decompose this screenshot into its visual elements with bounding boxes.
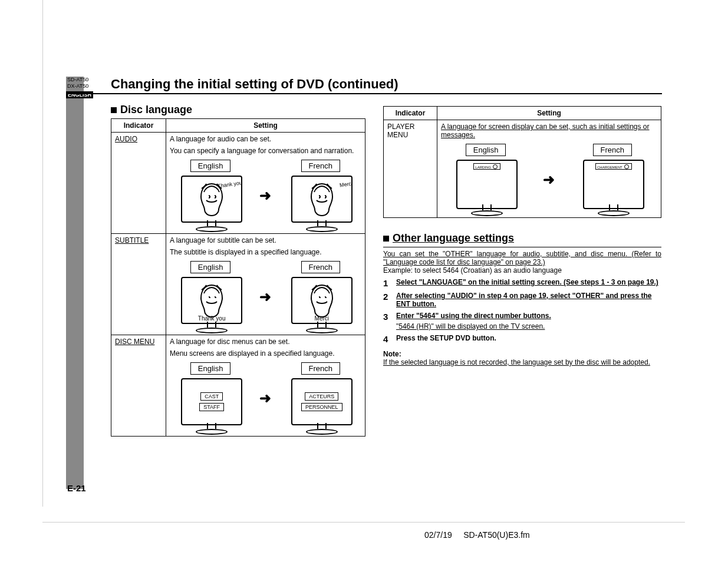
face-icon (306, 180, 338, 218)
subtitle-text-en: Thank you (182, 315, 241, 322)
page-number: E-21 (67, 483, 86, 493)
tv-icon: Merci (288, 273, 353, 332)
player-menu-table: Indicator Setting PLAYER MENU A language… (383, 106, 661, 218)
step-4: 4Press the SETUP DVD button. (383, 334, 661, 344)
footer-rule (42, 522, 685, 523)
arrow-icon: ➜ (259, 187, 271, 204)
row-disc-menu: DISC MENU A language for disc menus can … (111, 335, 365, 437)
disc-language-table: Indicator Setting AUDIO A language for a… (111, 118, 365, 437)
square-bullet-icon (383, 236, 389, 242)
tv-icon: ACTEURS PERSONNEL (288, 375, 353, 434)
french-label: French (301, 160, 340, 172)
arrow-icon: ➜ (259, 289, 271, 305)
tv-icon: CHARGEMENT (580, 156, 645, 215)
english-label: English (190, 362, 231, 375)
loading-text-fr: CHARGEMENT (597, 166, 622, 169)
menu-button-staff: STAFF (199, 403, 224, 411)
model-1: SD-AT50 (67, 77, 88, 82)
subtitle-desc-1: A language for subtitle can be set. (170, 236, 361, 244)
player-menu-desc: A language for screen display can be set… (441, 123, 650, 139)
loading-banner-fr: CHARGEMENT (595, 163, 632, 170)
clock-icon (624, 164, 629, 169)
tv-icon: Merci (288, 172, 353, 231)
french-label: French (301, 362, 340, 375)
footer-file: SD-AT50(U)E3.fm (463, 530, 530, 540)
discmenu-desc-1: A language for disc menus can be set. (170, 338, 361, 346)
french-label: French (593, 144, 632, 156)
square-bullet-icon (111, 107, 117, 113)
model-numbers: SD-AT50 DX-AT50 (67, 77, 88, 90)
col-setting-header: Setting (166, 119, 365, 133)
step-3-text: Enter "5464" using the direct number but… (396, 312, 551, 320)
col-setting-header: Setting (437, 107, 661, 120)
indicator-audio: AUDIO (115, 135, 137, 143)
face-icon (306, 282, 338, 319)
tv-icon: CAST STAFF (178, 375, 243, 434)
arrow-icon: ➜ (543, 171, 555, 188)
language-tag: ENGLISH (66, 91, 93, 98)
menu-button-personnel: PERSONNEL (301, 403, 342, 411)
english-label: English (190, 261, 231, 273)
indicator-subtitle: SUBTITLE (115, 236, 149, 244)
row-subtitle: SUBTITLE A language for subtitle can be … (111, 234, 365, 335)
menu-button-cast: CAST (200, 392, 223, 401)
disc-language-heading-text: Disc language (120, 104, 192, 115)
page-title: Changing the initial setting of DVD (con… (111, 77, 398, 92)
disc-language-heading: Disc language (111, 104, 365, 116)
indicator-player-menu: PLAYER MENU (384, 120, 437, 218)
menu-button-acteurs: ACTEURS (305, 392, 338, 401)
speech-bubble-fr: Merci (339, 181, 353, 189)
other-language-heading-text: Other language settings (393, 232, 514, 244)
tv-icon: Thank you (178, 273, 243, 332)
loading-text-en: LARDING (475, 166, 491, 169)
tv-icon: LARDING (453, 156, 518, 215)
audio-desc-2: You can specify a language for conversat… (170, 147, 361, 155)
left-column: Disc language Indicator Setting AUDIO A … (111, 104, 365, 437)
other-intro: You can set the "OTHER" language for aud… (383, 250, 661, 266)
step-2-text: After selecting "AUDIO" in step 4 on pag… (396, 292, 652, 308)
other-example: Example: to select 5464 (Croatian) as an… (383, 266, 661, 275)
english-label: English (466, 144, 506, 156)
footer-date: 02/7/19 (424, 530, 452, 540)
french-label: French (301, 261, 340, 273)
row-audio: AUDIO A language for audio can be set. Y… (111, 133, 365, 234)
note-label: Note: (383, 350, 661, 358)
loading-banner-en: LARDING (473, 163, 500, 170)
step-3b-text: "5464 (HR)" will be displayed on the TV … (396, 322, 661, 330)
clock-icon (493, 164, 498, 169)
step-1-text: Select "LANGUAGE" on the initial setting… (396, 278, 658, 286)
english-label: English (190, 160, 231, 172)
col-indicator-header: Indicator (111, 119, 166, 133)
left-margin-rule (42, 0, 43, 507)
discmenu-desc-2: Menu screens are displayed in a specifie… (170, 349, 361, 358)
subtitle-desc-2: The subtitle is displayed in a specified… (170, 248, 361, 256)
note-text: If the selected language is not recorded… (383, 358, 661, 366)
subtitle-text-fr: Merci (292, 315, 351, 322)
step-3: 3Enter "5464" using the direct number bu… (383, 312, 661, 330)
step-1: 1Select "LANGUAGE" on the initial settin… (383, 278, 661, 288)
model-2: DX-AT50 (67, 83, 88, 89)
footer-text: 02/7/19 SD-AT50(U)E3.fm (424, 530, 530, 540)
step-4-text: Press the SETUP DVD button. (396, 334, 496, 342)
right-column: Indicator Setting PLAYER MENU A language… (383, 106, 661, 366)
face-icon (196, 282, 228, 319)
indicator-disc-menu: DISC MENU (115, 338, 154, 346)
title-underline (67, 93, 662, 94)
step-2: 2After selecting "AUDIO" in step 4 on pa… (383, 292, 661, 308)
tv-icon: Thank you (178, 172, 243, 231)
other-language-heading: Other language settings (383, 232, 661, 244)
section-marker-bar (66, 77, 84, 489)
col-indicator-header: Indicator (384, 107, 437, 120)
arrow-icon: ➜ (259, 390, 271, 406)
audio-desc-1: A language for audio can be set. (170, 135, 361, 143)
